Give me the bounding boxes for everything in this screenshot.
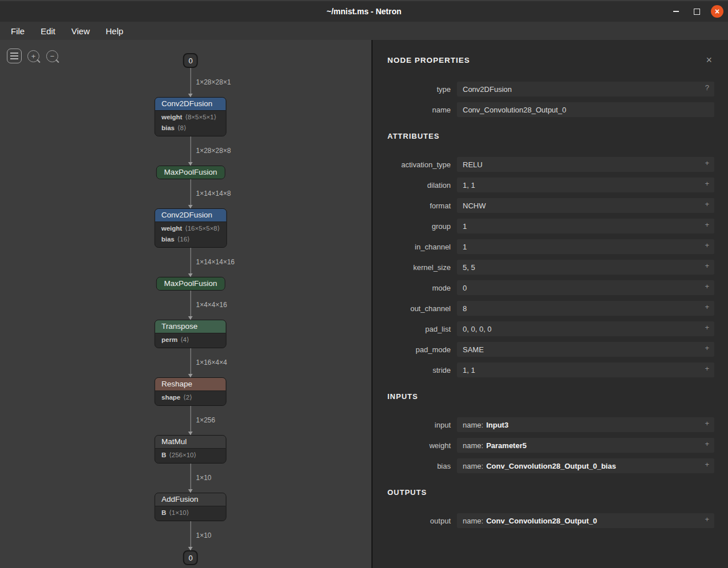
expand-icon[interactable]: +	[705, 461, 709, 468]
property-field-bias[interactable]: name:Conv_Convolution28_Output_0_bias+	[457, 458, 714, 473]
maximize-button[interactable]	[690, 5, 703, 18]
property-field-input[interactable]: name:Input3+	[457, 417, 714, 432]
magnifier-plus-icon: +	[27, 50, 39, 62]
property-field-output[interactable]: name:Conv_Convolution28_Output_0+	[457, 513, 714, 528]
menu-item-view[interactable]: View	[65, 25, 96, 38]
edge-shape-label[interactable]: 1×10	[196, 473, 212, 481]
property-field-dilation[interactable]: 1, 1+	[457, 178, 714, 192]
graph-node-attribute-row: shape⟨2⟩	[155, 392, 226, 403]
menu-item-help[interactable]: Help	[99, 25, 130, 38]
property-label-output: output	[387, 517, 457, 525]
attribute-value: ⟨8×5×5×1⟩	[185, 114, 216, 120]
graph-node-maxpoolfusion[interactable]: MaxPoolFusion	[156, 277, 225, 291]
property-field-pad_mode[interactable]: SAME+	[457, 342, 714, 357]
edge-shape-label[interactable]: 1×10	[196, 531, 212, 539]
graph-node-reshape[interactable]: Reshapeshape⟨2⟩	[155, 377, 227, 406]
graph-edge: 1×14×14×16	[191, 248, 191, 277]
node-properties-panel: NODE PROPERTIES × typeConv2DFusion?nameC…	[371, 40, 728, 568]
expand-icon[interactable]: +	[705, 241, 709, 249]
menu-item-file[interactable]: File	[5, 25, 31, 38]
property-field-kernel_size[interactable]: 5, 5+	[457, 260, 714, 275]
property-label-name: name	[387, 106, 457, 114]
property-label-input: input	[387, 421, 457, 429]
panel-close-button[interactable]: ×	[706, 56, 712, 64]
property-row: out_channel8+	[387, 301, 714, 316]
expand-icon[interactable]: +	[705, 515, 709, 523]
property-field-mode[interactable]: 0+	[457, 280, 714, 295]
property-label-pad_list: pad_list	[387, 325, 457, 333]
minimize-icon	[673, 11, 679, 12]
zoom-out-button[interactable]: −	[45, 49, 59, 63]
expand-icon[interactable]: +	[705, 324, 709, 331]
property-field-out_channel[interactable]: 8+	[457, 301, 714, 316]
attribute-value: ⟨4⟩	[180, 336, 189, 343]
graph-node-attribute-row: weight⟨16×5×5×8⟩	[155, 223, 227, 234]
expand-icon[interactable]: +	[705, 283, 709, 290]
expand-icon[interactable]: +	[705, 420, 709, 427]
property-label-format: format	[387, 202, 457, 210]
field-value: Input3	[486, 421, 508, 429]
expand-icon[interactable]: +	[705, 200, 709, 208]
property-field-pad_list[interactable]: 0, 0, 0, 0+	[457, 321, 714, 336]
property-field-group[interactable]: 1+	[457, 219, 714, 233]
graph-node-conv2dfusion[interactable]: Conv2DFusionweight⟨8×5×5×1⟩bias⟨8⟩	[155, 97, 227, 136]
graph-node-attributes: B⟨1×10⟩	[155, 506, 226, 521]
edge-shape-label[interactable]: 1×14×14×16	[196, 257, 235, 265]
graph-terminal-node[interactable]: 0	[183, 53, 198, 68]
graph-node-addfusion[interactable]: AddFusionB⟨1×10⟩	[155, 493, 227, 521]
graph-canvas[interactable]: + − 01×28×28×1Conv2DFusionweight⟨8×5×5×1…	[0, 40, 371, 568]
field-value: 5, 5	[463, 263, 475, 272]
edge-shape-label[interactable]: 1×28×28×8	[196, 146, 231, 154]
expand-icon[interactable]: +	[705, 180, 709, 187]
property-row: mode0+	[387, 280, 714, 295]
edge-shape-label[interactable]: 1×28×28×1	[196, 78, 231, 86]
graph-node-transpose[interactable]: Transposeperm⟨4⟩	[155, 320, 227, 348]
panel-body: typeConv2DFusion?nameConv_Convolution28_…	[387, 82, 714, 528]
close-icon: ×	[715, 7, 719, 16]
field-value-prefix: name:	[463, 462, 483, 470]
graph-node-maxpoolfusion[interactable]: MaxPoolFusion	[156, 166, 225, 179]
property-field-stride[interactable]: 1, 1+	[457, 362, 714, 377]
attribute-value: ⟨1×10⟩	[169, 509, 189, 516]
property-row: biasname:Conv_Convolution28_Output_0_bia…	[387, 458, 714, 473]
minimize-button[interactable]	[670, 5, 682, 18]
expand-icon[interactable]: +	[705, 262, 709, 269]
graph-node-conv2dfusion[interactable]: Conv2DFusionweight⟨16×5×5×8⟩bias⟨16⟩	[155, 208, 227, 248]
expand-icon[interactable]: +	[705, 365, 709, 372]
property-field-type[interactable]: Conv2DFusion?	[457, 82, 714, 96]
field-value: 8	[463, 304, 467, 313]
section-heading-attributes: ATTRIBUTES	[387, 132, 714, 140]
property-field-format[interactable]: NCHW+	[457, 198, 714, 213]
graph-node-title: Conv2DFusion	[155, 98, 226, 110]
expand-icon[interactable]: +	[705, 344, 709, 352]
zoom-in-button[interactable]: +	[26, 49, 41, 63]
graph-node-title: AddFusion	[155, 493, 226, 506]
graph-edge: 1×16×4×4	[191, 348, 191, 377]
expand-icon[interactable]: +	[705, 440, 709, 448]
edge-shape-label[interactable]: 1×4×4×16	[196, 300, 227, 308]
graph-column: 01×28×28×1Conv2DFusionweight⟨8×5×5×1⟩bia…	[155, 53, 227, 565]
graph-node-title: Conv2DFusion	[155, 209, 227, 221]
edge-shape-label[interactable]: 1×14×14×8	[196, 189, 231, 197]
edge-shape-label[interactable]: 1×16×4×4	[196, 358, 227, 366]
graph-terminal-node[interactable]: 0	[183, 550, 198, 565]
graph-node-matmul[interactable]: MatMulB⟨256×10⟩	[155, 435, 227, 464]
field-value: Conv_Convolution28_Output_0	[463, 106, 566, 114]
menu-item-edit[interactable]: Edit	[34, 25, 62, 38]
expand-icon[interactable]: +	[705, 159, 709, 167]
property-field-in_channel[interactable]: 1+	[457, 239, 714, 254]
close-button[interactable]: ×	[711, 5, 723, 18]
field-value: 1, 1	[463, 181, 475, 190]
help-icon[interactable]: ?	[705, 84, 709, 91]
edge-shape-label[interactable]: 1×256	[196, 416, 216, 424]
property-field-activation_type[interactable]: RELU+	[457, 157, 714, 172]
property-label-dilation: dilation	[387, 181, 457, 190]
field-value: Conv_Convolution28_Output_0_bias	[486, 462, 616, 470]
sidebar-menu-button[interactable]	[7, 49, 22, 63]
property-field-weight[interactable]: name:Parameter5+	[457, 438, 714, 453]
expand-icon[interactable]: +	[705, 221, 709, 228]
graph-node-attributes: perm⟨4⟩	[155, 333, 226, 348]
expand-icon[interactable]: +	[705, 303, 709, 311]
property-row: formatNCHW+	[387, 198, 714, 213]
property-field-name[interactable]: Conv_Convolution28_Output_0	[457, 102, 714, 117]
